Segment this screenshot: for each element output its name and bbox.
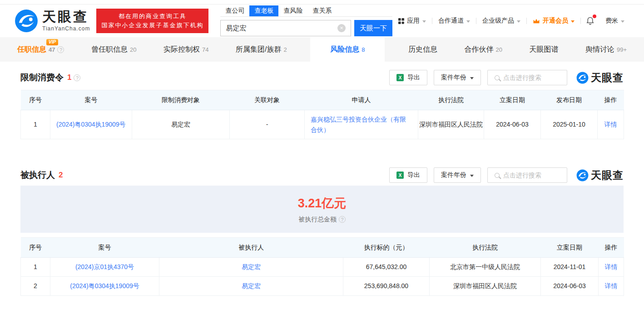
tab-history-info[interactable]: 历史信息 [405, 37, 441, 62]
chevron-down-icon [422, 20, 426, 23]
person-link[interactable]: 易定宏 [242, 282, 261, 289]
row-index: 1 [21, 110, 50, 139]
case-year-label: 案件年份 [441, 171, 466, 179]
executed-amount-banner: 3.21亿元 被执行总金额 ? [20, 186, 624, 233]
help-icon[interactable]: ? [57, 46, 64, 53]
tab-count: 8 [362, 46, 365, 53]
col-header: 关联对象 [230, 90, 305, 110]
search-tab-company[interactable]: 查公司 [220, 5, 249, 16]
page-tabbar: VIP 任职信息 47 ? 曾任职信息 20 实际控制权 74 所属集团/族群 … [0, 37, 644, 62]
executed-table: 序号 案号 被执行人 执行标的（元） 执行法院 立案日期 操作 1 (2024)… [20, 237, 624, 296]
nav-apps[interactable]: 应用 [392, 17, 432, 25]
tab-graph[interactable]: 天眼图谱 [525, 37, 562, 62]
excel-icon: X [396, 74, 404, 81]
restriction-toolbar: X 导出 案件年份 天眼查 [389, 70, 624, 85]
applicant-link[interactable]: 嘉兴稳弘三号投资合伙企业（有限合伙） [311, 116, 406, 133]
tab-count: 2 [283, 46, 287, 53]
watermark-text: 天眼查 [591, 168, 624, 182]
nav-open-vip[interactable]: 开通会员 [527, 17, 580, 25]
publish-date-cell: 2025-01-10 [541, 110, 598, 139]
related-object-cell: - [230, 110, 305, 139]
case-number-link[interactable]: (2024)粤0304执19009号 [70, 282, 139, 289]
case-number-link[interactable]: (2024)粤0304执19009号 [56, 121, 126, 128]
action-cell: 详情 [599, 258, 624, 277]
excel-icon: X [396, 172, 404, 179]
detail-link[interactable]: 详情 [605, 263, 618, 270]
watermark-text: 天眼查 [591, 71, 624, 85]
amount-cell: 67,645,032.00 [343, 258, 430, 277]
tab-actual-control[interactable]: 实际控制权 74 [160, 37, 212, 62]
detail-link[interactable]: 详情 [604, 121, 617, 128]
search-tab-boss[interactable]: 查老板 [249, 5, 278, 16]
table-search-input[interactable] [503, 172, 558, 179]
filing-date-cell: 2024-11-01 [541, 258, 599, 277]
case-number-link[interactable]: (2024)京01执4370号 [75, 263, 134, 270]
promo-line1: 都在用的商业查询工具 [101, 12, 203, 21]
notification-badge [593, 15, 596, 18]
applicant-cell: 嘉兴稳弘三号投资合伙企业（有限合伙） [305, 110, 418, 139]
search-tab-risk[interactable]: 查风险 [278, 5, 307, 16]
logo-eye-icon [576, 72, 589, 84]
help-icon[interactable]: ? [74, 74, 80, 81]
action-cell: 详情 [599, 277, 624, 296]
table-search-box[interactable] [487, 70, 567, 85]
table-row: 1 (2024)京01执4370号 易定宏 67,645,032.00 北京市第… [21, 258, 624, 277]
case-year-dropdown[interactable]: 案件年份 [434, 70, 481, 85]
executed-section-header: 被执行人 2 X 导出 案件年份 天眼查 [20, 167, 624, 183]
tab-risk-info[interactable]: 风险信息 8 [310, 37, 385, 62]
col-header: 被执行人 [159, 238, 343, 258]
tab-count: 20 [130, 46, 136, 53]
person-link[interactable]: 易定宏 [242, 263, 261, 270]
search-row: × 天眼一下 [220, 20, 392, 36]
user-menu[interactable]: 费米 [599, 17, 630, 25]
search-input[interactable] [226, 25, 337, 32]
help-icon[interactable]: ? [339, 216, 346, 223]
nav-enterprise-product[interactable]: 企业级产品 [476, 17, 526, 25]
tab-partners[interactable]: 合作伙伴 20 [461, 37, 505, 62]
detail-link[interactable]: 详情 [605, 282, 618, 289]
clear-icon[interactable]: × [337, 24, 346, 32]
search-tab-relation[interactable]: 查关系 [307, 5, 337, 16]
table-search-box[interactable] [487, 167, 567, 183]
search-button[interactable]: 天眼一下 [354, 20, 392, 36]
tab-label: 任职信息 [17, 45, 46, 54]
col-header: 立案日期 [541, 238, 599, 258]
tab-label: 曾任职信息 [91, 45, 128, 54]
nav-partner-channel[interactable]: 合作通道 [432, 17, 476, 25]
col-header: 序号 [21, 238, 50, 258]
tab-public-opinion[interactable]: 舆情讨论 99+ [582, 37, 630, 62]
tab-positions[interactable]: VIP 任职信息 47 ? [14, 37, 68, 62]
export-button[interactable]: X 导出 [389, 70, 427, 85]
notification-bell[interactable] [581, 16, 599, 25]
nav-partner-label: 合作通道 [438, 17, 464, 25]
col-header: 执行法院 [418, 90, 484, 110]
tab-label: 实际控制权 [163, 45, 200, 54]
export-button[interactable]: X 导出 [389, 167, 427, 183]
table-header-row: 序号 案号 限制消费对象 关联对象 申请人 执行法院 立案日期 发布日期 操作 [21, 90, 624, 110]
case-number-cell: (2024)粤0304执19009号 [50, 277, 159, 296]
chevron-down-icon [466, 20, 470, 23]
col-header: 案号 [50, 90, 132, 110]
tab-group[interactable]: 所属集团/族群 2 [232, 37, 291, 62]
promo-banner: 都在用的商业查询工具 国家中小企业发展子基金旗下机构 [96, 9, 208, 33]
tab-count: 74 [202, 46, 208, 53]
main-content: 限制消费令 1 ? X 导出 案件年份 [0, 70, 644, 296]
chevron-down-icon [470, 175, 474, 177]
search-area: 查公司 查老板 查风险 查关系 × 天眼一下 [220, 5, 392, 36]
case-year-dropdown[interactable]: 案件年份 [434, 167, 481, 183]
search-icon [495, 75, 500, 80]
row-index: 2 [21, 277, 50, 296]
col-header: 操作 [598, 90, 624, 110]
header-nav: 应用 合作通道 企业级产品 开通会员 [392, 16, 630, 25]
tianyancha-logo[interactable]: 天眼查 TianYanCha.com [15, 9, 90, 33]
table-row: 1 (2024)粤0304执19009号 易定宏 - 嘉兴稳弘三号投资合伙企业（… [21, 110, 624, 139]
action-cell: 详情 [598, 110, 624, 139]
table-search-input[interactable] [503, 74, 558, 81]
executed-toolbar: X 导出 案件年份 天眼查 [389, 167, 624, 183]
filing-date-cell: 2024-06-03 [541, 277, 599, 296]
tab-count: 99+ [617, 46, 627, 53]
section-title: 限制消费令 [20, 72, 64, 83]
case-number-cell: (2024)粤0304执19009号 [50, 110, 132, 139]
tab-past-positions[interactable]: 曾任职信息 20 [88, 37, 140, 62]
username: 费米 [605, 17, 618, 25]
